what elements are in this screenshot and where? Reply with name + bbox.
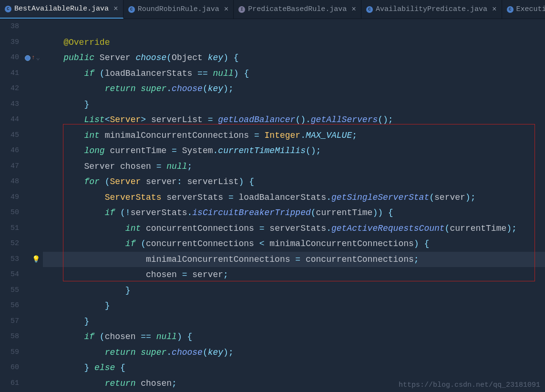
line-number[interactable]: 44: [0, 112, 43, 128]
code-line[interactable]: List<Server> serverList = getLoadBalance…: [43, 112, 545, 128]
tab-roundrobinrule[interactable]: CRoundRobinRule.java×: [123, 0, 234, 19]
line-number[interactable]: 41: [0, 66, 43, 82]
line-number[interactable]: 40↑⌄: [0, 50, 43, 66]
watermark: https://blog.csdn.net/qq_23181091: [399, 381, 540, 389]
code-line[interactable]: int concurrentConnections = serverStats.…: [43, 221, 545, 237]
line-number[interactable]: 45: [0, 128, 43, 144]
class-icon: C: [366, 6, 373, 13]
class-icon: C: [5, 6, 11, 12]
code-line[interactable]: @Override: [43, 35, 545, 51]
close-icon[interactable]: ×: [351, 5, 356, 14]
code-line[interactable]: return super.choose(key);: [43, 81, 545, 97]
gutter: 383940↑⌄41424344454647484950515253💡54555…: [0, 19, 43, 392]
arrow-up-icon: ↑: [31, 50, 35, 66]
line-number[interactable]: 38: [0, 19, 43, 35]
chevron-down-icon[interactable]: ⌄: [36, 50, 40, 66]
line-number[interactable]: 50: [0, 205, 43, 221]
line-number[interactable]: 49: [0, 190, 43, 206]
code-line[interactable]: minimalConcurrentConnections = concurren…: [43, 252, 545, 268]
tab-label: PredicateBasedRule.java: [248, 5, 347, 13]
line-number[interactable]: 55: [0, 283, 43, 299]
code-line[interactable]: ServerStats serverStats = loadBalancerSt…: [43, 190, 545, 206]
tab-bestavailablerule[interactable]: CBestAvailableRule.java×: [0, 0, 123, 19]
code-line[interactable]: }: [43, 283, 545, 299]
class-icon: C: [128, 6, 135, 13]
code-line[interactable]: }: [43, 314, 545, 330]
code-line[interactable]: Server chosen = null;: [43, 159, 545, 175]
interface-icon: I: [238, 6, 245, 13]
tab-label: AvailabilityPredicate.java: [376, 5, 487, 13]
code-line[interactable]: int minimalConcurrentConnections = Integ…: [43, 128, 545, 144]
code-line[interactable]: if (chosen == null) {: [43, 329, 545, 345]
code-line[interactable]: if (concurrentConnections < minimalConcu…: [43, 236, 545, 252]
code-line[interactable]: }: [43, 97, 545, 113]
line-number[interactable]: 60: [0, 360, 43, 376]
editor: 383940↑⌄41424344454647484950515253💡54555…: [0, 19, 545, 392]
tab-label: BestAvailableRule.java: [14, 5, 109, 13]
line-number[interactable]: 54: [0, 267, 43, 283]
code-line[interactable]: }: [43, 298, 545, 314]
close-icon[interactable]: ×: [113, 5, 118, 13]
override-icon[interactable]: [25, 55, 31, 61]
close-icon[interactable]: ×: [492, 5, 497, 14]
tab-availabilitypredicate[interactable]: CAvailabilityPredicate.java×: [361, 0, 502, 19]
code-line[interactable]: for (Server server: serverList) {: [43, 174, 545, 190]
editor-tabs: CBestAvailableRule.java×CRoundRobinRule.…: [0, 0, 545, 19]
code-area[interactable]: @Override public Server choose(Object ke…: [43, 19, 545, 392]
line-number[interactable]: 52: [0, 236, 43, 252]
tab-predicatebasedrule[interactable]: IPredicateBasedRule.java×: [234, 0, 361, 19]
line-number[interactable]: 58: [0, 329, 43, 345]
line-number[interactable]: 47: [0, 159, 43, 175]
line-number[interactable]: 53💡: [0, 252, 43, 268]
code-line[interactable]: chosen = server;: [43, 267, 545, 283]
line-number[interactable]: 48: [0, 174, 43, 190]
line-number[interactable]: 39: [0, 35, 43, 51]
code-line[interactable]: [43, 19, 545, 35]
close-icon[interactable]: ×: [224, 5, 229, 14]
line-number[interactable]: 46: [0, 143, 43, 159]
tab-label: ExecutionContext.java: [516, 5, 545, 13]
line-number[interactable]: 57: [0, 314, 43, 330]
tab-label: RoundRobinRule.java: [138, 5, 219, 13]
line-number[interactable]: 43: [0, 97, 43, 113]
line-number[interactable]: 59: [0, 345, 43, 361]
code-line[interactable]: } else {: [43, 360, 545, 376]
code-line[interactable]: if (loadBalancerStats == null) {: [43, 66, 545, 82]
line-number[interactable]: 56: [0, 298, 43, 314]
line-number[interactable]: 42: [0, 81, 43, 97]
line-number[interactable]: 51: [0, 221, 43, 237]
code-line[interactable]: public Server choose(Object key) {: [43, 50, 545, 66]
tab-executioncontext[interactable]: CExecutionContext.java×: [502, 0, 545, 19]
code-line[interactable]: long currentTime = System.currentTimeMil…: [43, 143, 545, 159]
lightbulb-icon[interactable]: 💡: [32, 252, 40, 268]
class-icon: C: [507, 6, 514, 13]
line-number[interactable]: 61: [0, 376, 43, 392]
code-line[interactable]: if (!serverStats.isCircuitBreakerTripped…: [43, 205, 545, 221]
code-line[interactable]: return super.choose(key);: [43, 345, 545, 361]
